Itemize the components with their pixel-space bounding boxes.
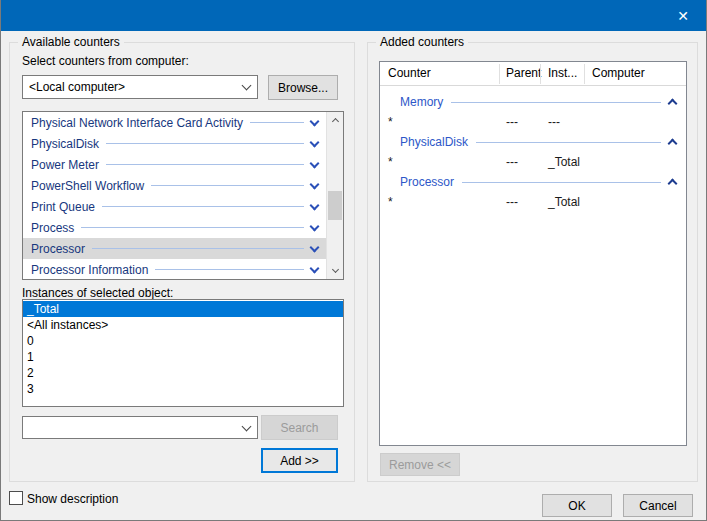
counter-group-header[interactable]: Processor: [380, 172, 686, 192]
counter-rule: [250, 122, 304, 123]
group-rule: [476, 142, 661, 143]
column-separator[interactable]: [584, 64, 585, 84]
chevron-down-icon[interactable]: [310, 179, 320, 189]
group-rule: [451, 102, 661, 103]
column-header-instance[interactable]: Inst...: [548, 66, 577, 80]
counter-item[interactable]: Power Meter: [23, 154, 326, 175]
cell-parent: ---: [506, 155, 518, 169]
counters-list-content: Physical Network Interface Card Activity…: [23, 112, 326, 279]
counter-item-selected[interactable]: Processor: [23, 238, 326, 259]
counter-item[interactable]: Processor Information: [23, 259, 326, 280]
group-name: Processor: [400, 175, 454, 189]
search-input[interactable]: [23, 421, 235, 435]
table-row[interactable]: * --- _Total: [380, 152, 686, 172]
cancel-button[interactable]: Cancel: [623, 494, 693, 517]
scroll-up-button[interactable]: [327, 112, 343, 129]
close-icon: ✕: [677, 8, 689, 24]
counter-rule: [106, 164, 304, 165]
chevron-up-icon: [331, 118, 338, 125]
remove-button[interactable]: Remove <<: [380, 453, 460, 476]
chevron-down-icon[interactable]: [310, 116, 320, 126]
add-button-label: Add >>: [280, 454, 319, 468]
chevron-down-icon[interactable]: [310, 137, 320, 147]
chevron-up-icon[interactable]: [668, 99, 678, 109]
counters-listbox[interactable]: Physical Network Interface Card Activity…: [22, 111, 344, 280]
counter-item[interactable]: Physical Network Interface Card Activity: [23, 112, 326, 133]
instance-item[interactable]: <All instances>: [23, 317, 343, 333]
counter-item-label: Process: [31, 221, 74, 235]
search-button[interactable]: Search: [261, 415, 338, 440]
chevron-down-icon[interactable]: [310, 200, 320, 210]
counter-rule: [151, 185, 304, 186]
counter-rule: [106, 143, 304, 144]
counter-rule: [81, 227, 304, 228]
select-computer-label: Select counters from computer:: [22, 54, 189, 68]
cell-instance: ---: [548, 115, 560, 129]
browse-button[interactable]: Browse...: [268, 75, 338, 100]
cancel-button-label: Cancel: [639, 499, 676, 513]
counter-item-label: Print Queue: [31, 200, 95, 214]
computer-combobox-value[interactable]: [23, 80, 235, 94]
chevron-up-icon[interactable]: [668, 139, 678, 149]
ok-button[interactable]: OK: [542, 494, 612, 517]
counter-item-label: Physical Network Interface Card Activity: [31, 116, 243, 130]
instance-item[interactable]: 0: [23, 333, 343, 349]
counter-item[interactable]: Process: [23, 217, 326, 238]
show-description-checkbox[interactable]: [9, 491, 23, 505]
table-row[interactable]: * --- _Total: [380, 192, 686, 212]
counter-item-label: Processor Information: [31, 263, 148, 277]
counters-scrollbar[interactable]: [326, 112, 343, 279]
counter-group-header[interactable]: Memory: [380, 92, 686, 112]
counter-item[interactable]: PhysicalDisk: [23, 133, 326, 154]
instances-label: Instances of selected object:: [22, 286, 173, 300]
column-header-parent[interactable]: Parent: [506, 66, 541, 80]
table-header: Counter Parent Inst... Computer: [380, 62, 686, 86]
chevron-down-icon[interactable]: [310, 158, 320, 168]
search-dropdown-zone[interactable]: [235, 426, 257, 430]
group-rule: [462, 182, 661, 183]
added-counters-group: Added counters Counter Parent Inst... Co…: [367, 42, 698, 482]
added-counters-legend: Added counters: [376, 35, 468, 49]
instance-item-selected[interactable]: _Total: [23, 301, 343, 317]
cell-counter: *: [388, 115, 393, 129]
chevron-down-icon[interactable]: [310, 263, 320, 273]
column-header-computer[interactable]: Computer: [592, 66, 645, 80]
chevron-up-icon[interactable]: [668, 179, 678, 189]
chevron-down-icon: [241, 81, 251, 91]
scroll-down-button[interactable]: [327, 262, 343, 279]
instance-item[interactable]: 2: [23, 365, 343, 381]
scrollbar-thumb[interactable]: [328, 191, 342, 220]
cell-counter: *: [388, 155, 393, 169]
counter-group-header[interactable]: PhysicalDisk: [380, 132, 686, 152]
counter-rule: [92, 248, 304, 249]
column-separator[interactable]: [499, 64, 500, 84]
ok-button-label: OK: [568, 499, 585, 513]
chevron-down-icon[interactable]: [310, 221, 320, 231]
remove-button-label: Remove <<: [389, 458, 451, 472]
column-separator[interactable]: [540, 64, 541, 84]
counter-rule: [155, 269, 304, 270]
instance-item[interactable]: 3: [23, 381, 343, 397]
search-combobox[interactable]: [22, 416, 258, 439]
chevron-down-icon[interactable]: [310, 242, 320, 252]
show-description-label: Show description: [27, 492, 118, 506]
available-counters-legend: Available counters: [18, 35, 124, 49]
computer-combobox[interactable]: [22, 75, 258, 99]
column-header-counter[interactable]: Counter: [388, 66, 431, 80]
chevron-down-icon: [331, 265, 338, 272]
counter-item[interactable]: PowerShell Workflow: [23, 175, 326, 196]
combobox-dropdown-zone[interactable]: [235, 85, 257, 89]
table-row[interactable]: * --- ---: [380, 112, 686, 132]
instances-listbox[interactable]: _Total <All instances> 0 1 2 3: [22, 299, 344, 407]
instance-item[interactable]: 1: [23, 349, 343, 365]
counter-item-label: PowerShell Workflow: [31, 179, 144, 193]
search-button-label: Search: [280, 421, 318, 435]
counter-item-label: PhysicalDisk: [31, 137, 99, 151]
add-button[interactable]: Add >>: [261, 448, 338, 473]
counter-item[interactable]: Print Queue: [23, 196, 326, 217]
added-counters-table[interactable]: Counter Parent Inst... Computer Memory *…: [379, 61, 687, 446]
browse-button-label: Browse...: [278, 81, 328, 95]
chevron-down-icon: [241, 421, 251, 431]
close-button[interactable]: ✕: [660, 0, 706, 31]
counter-item-label: Processor: [31, 242, 85, 256]
